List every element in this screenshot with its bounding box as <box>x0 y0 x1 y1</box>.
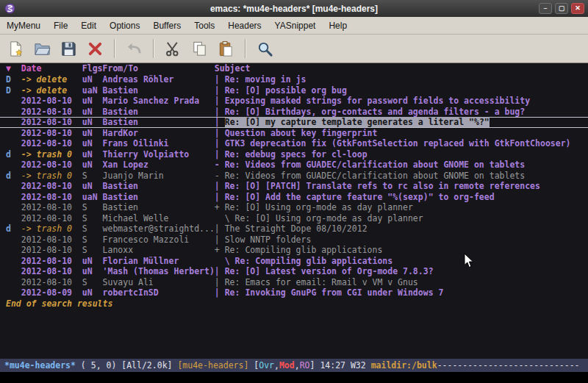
menu-item-file[interactable]: File <box>47 18 74 34</box>
highlighted-subject: Re: [O] my capture template generates a … <box>225 117 490 127</box>
menu-item-options[interactable]: Options <box>103 18 146 34</box>
message-flags: uN <box>82 117 103 128</box>
mark-char: d <box>6 223 21 235</box>
message-row[interactable]: 2012-08-10uN'Mash (Thomas Herbert)| Re: … <box>0 266 588 277</box>
mark-action: -> delete <box>21 85 82 96</box>
message-row[interactable]: D-> deleteuNAndreas Röhler| Re: moving i… <box>0 74 588 85</box>
mark-action: -> delete <box>21 74 82 85</box>
minibuffer[interactable] <box>0 372 588 383</box>
message-row[interactable]: 2012-08-10uNFrans Oilinki| GTK3 deprecat… <box>0 138 588 149</box>
message-row[interactable]: 2012-08-10SFrancesco Mazzoli| Slow NNTP … <box>0 235 588 246</box>
mark-action: -> trash 0 <box>21 223 82 235</box>
menu-item-edit[interactable]: Edit <box>74 18 103 34</box>
message-flags: S <box>82 235 103 246</box>
message-date: 2012-08-09 <box>21 287 82 298</box>
message-date: 2012-08-10 <box>21 96 82 107</box>
mark-char <box>6 107 21 118</box>
message-subject: | Re: [O] my capture template generates … <box>215 117 588 128</box>
mark-char <box>6 277 21 288</box>
close-button[interactable]: ✕ <box>571 3 584 14</box>
message-row[interactable]: D-> deleteuaNBastien| Re: [O] possible o… <box>0 85 588 96</box>
new-file-button[interactable] <box>4 37 28 60</box>
message-subject: | Re: [O] Add the capture feature "%(sex… <box>215 192 588 203</box>
mark-char <box>6 128 21 139</box>
mark-char <box>6 235 21 246</box>
modeline-segment-mode: [mu4e-headers] <box>177 360 248 371</box>
message-subject: + Re: [O] Using org-mode as day planner <box>215 202 588 213</box>
message-list: D-> deleteuNAndreas Röhler| Re: moving i… <box>0 74 588 298</box>
message-from: Frans Oilinki <box>103 138 215 149</box>
message-row[interactable]: 2012-08-10uNXan Lopez- Re: Videos from G… <box>0 160 588 171</box>
message-from: Florian Müllner <box>103 256 215 267</box>
cut-button[interactable] <box>161 37 185 60</box>
message-row[interactable]: 2012-08-10uNBastien| Re: [O] my capture … <box>0 117 588 128</box>
copy-button[interactable] <box>187 37 212 60</box>
message-from: Bastien <box>103 85 215 96</box>
window-title: emacs: *mu4e-headers* [mu4e-headers] <box>0 4 588 14</box>
message-row[interactable]: d-> trash 0Swebmaster@straightd...| The … <box>0 223 588 235</box>
message-flags: S <box>82 277 103 288</box>
message-date: 2012-08-10 <box>21 235 82 246</box>
mode-line[interactable]: *mu4e-headers* ( 5, 0) [All/2.0k] [mu4e-… <box>0 359 588 372</box>
search-button[interactable] <box>253 37 277 60</box>
undo-icon <box>126 40 143 57</box>
message-date: 2012-08-10 <box>21 160 82 171</box>
message-subject: + Re: Compiling glib applications <box>215 245 588 256</box>
message-row[interactable]: d-> trash 0SJuanjo Marin- Re: Videos fro… <box>0 171 588 182</box>
mark-char <box>6 287 21 298</box>
open-file-button[interactable] <box>30 37 54 60</box>
message-subject: - Re: Videos from GUADEC/clarification a… <box>215 160 588 171</box>
message-row[interactable]: 2012-08-10uNFlorian Müllner \ Re: Compil… <box>0 256 588 267</box>
message-subject: | Question about key fingerprint <box>215 128 588 139</box>
message-row[interactable]: 2012-08-10SBastien+ Re: [O] Using org-mo… <box>0 202 588 213</box>
mu4e-headers-buffer[interactable]: ▼ Date Flgs From/To Subject D-> deleteuN… <box>0 63 588 359</box>
column-header-subject: Subject <box>215 63 588 74</box>
mark-action: -> trash 0 <box>21 149 82 160</box>
message-flags: uN <box>82 107 103 118</box>
toolbar-separator <box>153 39 154 58</box>
menu-item-help[interactable]: Help <box>322 18 354 34</box>
message-flags: uN <box>82 287 103 298</box>
message-row[interactable]: 2012-08-10uNMario Sanchez Prada| Exposin… <box>0 96 588 107</box>
column-header-date: Date <box>21 63 82 74</box>
maximize-button[interactable]: ▢ <box>555 3 568 14</box>
modeline-segment-plain: ( 5, 0) [All/2.0k] <box>76 360 177 371</box>
message-flags: uaN <box>82 192 103 203</box>
title-bar[interactable]: emacs: *mu4e-headers* [mu4e-headers] – ▢… <box>0 0 588 17</box>
message-row[interactable]: 2012-08-09uNrobertcInSD| Re: Invoking Gn… <box>0 287 588 298</box>
message-row[interactable]: d-> trash 0uNThierry Volpiatto| Re: edeb… <box>0 149 588 160</box>
save-buffer-icon <box>60 40 77 57</box>
message-from: Bastien <box>103 117 215 128</box>
message-subject: | The Straight Dope 08/10/2012 <box>215 223 588 235</box>
message-from: webmaster@straightd... <box>103 223 215 235</box>
message-subject: | Re: [O] Latest version of Org-mode 7.8… <box>215 266 588 277</box>
message-flags: S <box>82 223 103 235</box>
modeline-segment-plain: [ <box>248 360 259 371</box>
menu-item-tools[interactable]: Tools <box>187 18 221 34</box>
menu-item-headers[interactable]: Headers <box>221 18 268 34</box>
message-subject: | Re: [O] [PATCH] Translate refs to rc a… <box>215 181 588 192</box>
message-row[interactable]: 2012-08-10uaNBastien| Re: [O] Add the ca… <box>0 192 588 203</box>
message-row[interactable]: 2012-08-10SMichael Welle \ Re: [O] Using… <box>0 213 588 224</box>
message-from: 'Mash (Thomas Herbert) <box>103 266 215 277</box>
column-header-from: From/To <box>103 63 215 74</box>
modeline-segment-plain: ] <box>310 360 320 371</box>
message-flags: S <box>82 171 103 182</box>
menu-item-mymenu[interactable]: MyMenu <box>0 18 47 34</box>
window-controls: – ▢ ✕ <box>539 3 584 14</box>
message-subject: | Exposing masked strings for password f… <box>215 96 588 107</box>
message-date: 2012-08-10 <box>21 245 82 256</box>
menu-item-yasnippet[interactable]: YASnippet <box>268 18 323 34</box>
save-buffer-button[interactable] <box>57 37 81 60</box>
message-row[interactable]: 2012-08-10uNHardKor| Question about key … <box>0 128 588 139</box>
message-row[interactable]: 2012-08-10uNBastien| Re: [O] [PATCH] Tra… <box>0 181 588 192</box>
paste-button[interactable] <box>214 37 238 60</box>
message-from: Bastien <box>103 181 215 192</box>
menu-bar: MyMenuFileEditOptionsBuffersToolsHeaders… <box>0 17 588 35</box>
kill-buffer-button[interactable] <box>83 37 107 60</box>
menu-item-buffers[interactable]: Buffers <box>146 18 187 34</box>
message-row[interactable]: 2012-08-10SLanoxx+ Re: Compiling glib ap… <box>0 245 588 256</box>
minimize-button[interactable]: – <box>539 3 552 14</box>
message-row[interactable]: 2012-08-10uNBastien| Re: [O] Birthdays, … <box>0 107 588 118</box>
message-row[interactable]: 2012-08-10SSuvayu Ali| Re: Emacs for ema… <box>0 277 588 288</box>
